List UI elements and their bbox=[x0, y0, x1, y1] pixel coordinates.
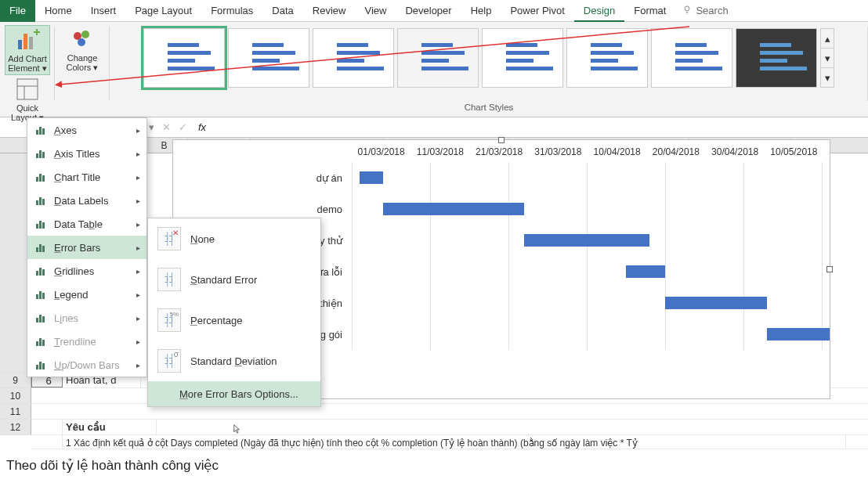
error-bars-standard-deviation[interactable]: σ┤┤┤┤ Standard Deviation bbox=[148, 341, 320, 381]
menu-data-table[interactable]: Data Table▸ bbox=[27, 212, 146, 236]
svg-rect-20 bbox=[36, 200, 38, 205]
menu-axes[interactable]: Axes▸ bbox=[27, 118, 146, 142]
none-icon: ✕┤┤┤┤ bbox=[157, 227, 181, 250]
tab-data[interactable]: Data bbox=[262, 0, 302, 22]
svg-rect-29 bbox=[36, 271, 38, 276]
chart-handle-right[interactable] bbox=[826, 266, 833, 272]
tab-review[interactable]: Review bbox=[303, 0, 356, 22]
gantt-bar[interactable] bbox=[767, 328, 830, 341]
mouse-cursor-icon bbox=[233, 424, 243, 434]
cell-B12[interactable]: Yêu cầu bbox=[63, 420, 157, 434]
formula-dropdown[interactable]: ▾ bbox=[149, 121, 154, 133]
styles-more[interactable]: ▾ bbox=[821, 68, 834, 87]
search-label: Search bbox=[696, 5, 728, 16]
formula-accept[interactable]: ✓ bbox=[179, 121, 187, 133]
tab-power-pivot[interactable]: Power Pivot bbox=[501, 0, 573, 22]
svg-rect-14 bbox=[36, 153, 38, 158]
menu-chart-title[interactable]: Chart Title▸ bbox=[27, 165, 146, 189]
add-chart-element-button[interactable]: Add Chart Element ▾ bbox=[5, 25, 50, 75]
svg-line-10 bbox=[60, 27, 689, 85]
tab-page-layout[interactable]: Page Layout bbox=[125, 0, 201, 22]
error-bars-more-options[interactable]: More Error Bars Options... bbox=[148, 381, 320, 406]
svg-point-0 bbox=[685, 6, 690, 11]
svg-rect-40 bbox=[42, 340, 45, 346]
chart-element-icon bbox=[34, 146, 48, 160]
add-chart-element-icon bbox=[15, 27, 40, 52]
svg-rect-42 bbox=[39, 362, 42, 369]
chart-element-icon bbox=[34, 311, 48, 325]
standard-error-icon: ┤┤┤┤ bbox=[157, 268, 181, 291]
svg-rect-26 bbox=[36, 247, 38, 252]
gantt-track bbox=[352, 287, 823, 319]
gantt-label: dự án bbox=[179, 172, 352, 184]
menu-error-bars[interactable]: Error Bars▸ bbox=[27, 236, 146, 259]
svg-rect-1 bbox=[18, 40, 22, 49]
chart-handle-top[interactable] bbox=[498, 137, 505, 143]
tab-format[interactable]: Format bbox=[624, 0, 675, 22]
chart-element-icon bbox=[34, 240, 48, 254]
svg-rect-33 bbox=[39, 291, 42, 299]
chart-element-icon bbox=[34, 264, 48, 278]
error-bars-percentage[interactable]: 5%┤┤┤┤ Percentage bbox=[148, 300, 320, 341]
tab-insert[interactable]: Insert bbox=[81, 0, 126, 22]
svg-rect-31 bbox=[42, 269, 45, 276]
gantt-bar[interactable] bbox=[360, 171, 383, 184]
svg-rect-16 bbox=[42, 152, 45, 158]
gantt-bar[interactable] bbox=[524, 234, 649, 247]
standard-deviation-icon: σ┤┤┤┤ bbox=[157, 349, 181, 373]
row-10[interactable]: 10 bbox=[0, 388, 31, 404]
menu-legend[interactable]: Legend▸ bbox=[27, 283, 146, 306]
menu-up-down-bars: Up/Down Bars▸ bbox=[27, 353, 146, 377]
tab-view[interactable]: View bbox=[355, 0, 396, 22]
svg-rect-41 bbox=[36, 365, 38, 369]
gantt-track bbox=[352, 256, 823, 287]
menu-axis-titles[interactable]: Axis Titles▸ bbox=[27, 142, 146, 165]
styles-scroll-up[interactable]: ▴ bbox=[821, 29, 834, 49]
svg-rect-13 bbox=[42, 128, 45, 135]
svg-rect-15 bbox=[39, 150, 42, 158]
tab-help[interactable]: Help bbox=[461, 0, 501, 22]
fx-button[interactable]: fx bbox=[198, 121, 206, 133]
svg-rect-25 bbox=[42, 222, 45, 229]
row-12[interactable]: 12 bbox=[0, 420, 31, 435]
menu-trendline: Trendline▸ bbox=[27, 330, 146, 353]
chart-element-icon bbox=[34, 170, 48, 184]
percentage-icon: 5%┤┤┤┤ bbox=[157, 308, 181, 332]
chart-x-axis: 01/03/201811/03/201821/03/201831/03/2018… bbox=[179, 146, 823, 157]
tab-developer[interactable]: Developer bbox=[396, 0, 461, 22]
svg-rect-23 bbox=[36, 224, 38, 229]
formula-cancel[interactable]: ✕ bbox=[162, 121, 171, 133]
menu-data-labels[interactable]: Data Labels▸ bbox=[27, 189, 146, 212]
svg-rect-30 bbox=[39, 268, 42, 276]
svg-rect-21 bbox=[39, 197, 42, 205]
error-bars-submenu: ✕┤┤┤┤ None ┤┤┤┤ Standard Error 5%┤┤┤┤ Pe… bbox=[147, 218, 321, 407]
article-caption: Theo dõi tỷ lệ hoàn thành công việc bbox=[0, 449, 868, 483]
gantt-bar[interactable] bbox=[383, 203, 524, 215]
svg-rect-3 bbox=[29, 37, 33, 49]
chart-styles-label: Chart Styles bbox=[465, 103, 514, 114]
chart-element-icon bbox=[34, 217, 48, 231]
ribbon-tabs: File Home Insert Page Layout Formulas Da… bbox=[0, 0, 868, 22]
row-11[interactable]: 11 bbox=[0, 404, 31, 420]
tab-formulas[interactable]: Formulas bbox=[201, 0, 262, 22]
chart-style-8[interactable] bbox=[736, 28, 817, 88]
svg-rect-39 bbox=[39, 338, 42, 346]
quick-layout-button[interactable]: Quick Layout ▾ bbox=[5, 75, 50, 124]
error-bars-none[interactable]: ✕┤┤┤┤ None bbox=[148, 218, 320, 259]
gantt-bar[interactable] bbox=[626, 265, 665, 278]
error-bars-standard-error[interactable]: ┤┤┤┤ Standard Error bbox=[148, 259, 320, 300]
quick-layout-icon bbox=[15, 77, 40, 102]
cell-row12-text[interactable]: 1 Xác định kết quả ở cột Days completed … bbox=[63, 435, 846, 449]
menu-gridlines[interactable]: Gridlines▸ bbox=[27, 259, 146, 283]
svg-rect-27 bbox=[39, 244, 42, 252]
gantt-label: demo bbox=[179, 204, 352, 215]
tab-design[interactable]: Design bbox=[574, 0, 624, 22]
styles-scroll-down[interactable]: ▾ bbox=[821, 49, 834, 68]
tab-file[interactable]: File bbox=[0, 0, 35, 22]
gantt-bar[interactable] bbox=[665, 297, 767, 309]
tab-home[interactable]: Home bbox=[35, 0, 81, 22]
menu-lines: Lines▸ bbox=[27, 306, 146, 330]
svg-rect-34 bbox=[42, 293, 45, 299]
gantt-track bbox=[352, 162, 823, 193]
search-box[interactable]: Search bbox=[675, 4, 734, 17]
